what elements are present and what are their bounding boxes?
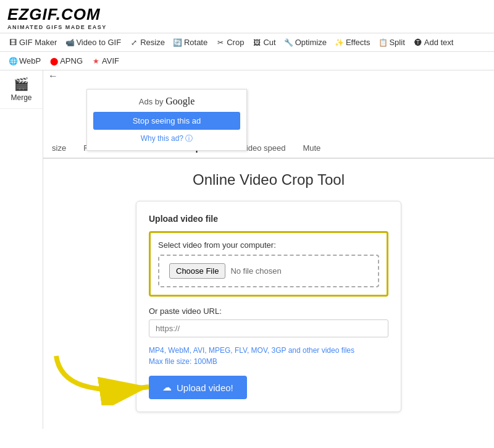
- nav-effects-label: Effects: [346, 38, 371, 47]
- nav-resize[interactable]: ⤢ Resize: [126, 36, 169, 49]
- nav-avif-label: AVIF: [102, 56, 119, 66]
- upload-icon: ☁: [162, 382, 172, 393]
- nav-video-to-gif[interactable]: 📹 Video to GIF: [62, 36, 125, 49]
- avif-icon: ★: [91, 57, 100, 66]
- ad-container-row: ← Ads by Google Stop seeing this ad Why …: [43, 70, 494, 138]
- logo-area: EZGIF.COM Animated GIFs made easy: [0, 0, 494, 33]
- split-icon: 📋: [379, 38, 387, 47]
- cut-icon: 🖼: [253, 38, 261, 47]
- logo-text: EZGIF.COM: [7, 5, 487, 24]
- webp-icon: 🌐: [9, 57, 17, 66]
- tab-mute[interactable]: Mute: [294, 138, 329, 159]
- nav-add-text[interactable]: 🅣 Add text: [410, 36, 458, 49]
- nav-apng-label: APNG: [60, 56, 83, 66]
- gif-maker-icon: 🎞: [9, 38, 17, 47]
- yellow-arrow-container: [50, 350, 161, 405]
- crop-icon: ✂: [216, 38, 225, 47]
- stop-seeing-ad-button[interactable]: Stop seeing this ad: [93, 112, 240, 130]
- file-select-label: Select video from your computer:: [158, 240, 379, 250]
- upload-video-button[interactable]: ☁ Upload video!: [149, 376, 247, 399]
- sidebar: 🎬 Merge: [0, 70, 43, 429]
- nav-gif-maker-label: GIF Maker: [19, 38, 57, 47]
- main-layout: 🎬 Merge ← Ads by Google Stop seeing this…: [0, 70, 494, 429]
- yellow-arrow-svg: [50, 350, 161, 405]
- nav-cut[interactable]: 🖼 Cut: [249, 36, 279, 49]
- no-file-text: No file chosen: [230, 266, 281, 276]
- ad-by-google-label: Ads by Google: [93, 96, 240, 107]
- nav-optimize[interactable]: 🔧 Optimize: [281, 36, 330, 49]
- nav-video-to-gif-label: Video to GIF: [76, 38, 121, 47]
- merge-icon: 🎬: [14, 77, 29, 91]
- nav-webp[interactable]: 🌐 WebP: [5, 54, 44, 67]
- nav-cut-label: Cut: [263, 38, 275, 47]
- optimize-icon: 🔧: [285, 38, 293, 47]
- nav-crop-label: Crop: [227, 38, 244, 47]
- nav-toolbar-2: 🌐 WebP ⬤ APNG ★ AVIF: [0, 52, 494, 70]
- nav-split[interactable]: 📋 Split: [375, 36, 408, 49]
- nav-resize-label: Resize: [140, 38, 165, 47]
- nav-toolbar: 🎞 GIF Maker 📹 Video to GIF ⤢ Resize 🔄 Ro…: [0, 33, 494, 52]
- nav-apng[interactable]: ⬤ APNG: [46, 54, 86, 67]
- nav-webp-label: WebP: [19, 56, 41, 66]
- file-formats: MP4, WebM, AVI, MPEG, FLV, MOV, 3GP and …: [149, 345, 388, 367]
- file-select-box: Select video from your computer: Choose …: [149, 231, 388, 297]
- nav-split-label: Split: [389, 38, 404, 47]
- upload-btn-label: Upload video!: [177, 382, 233, 393]
- back-arrow[interactable]: ←: [43, 68, 63, 83]
- nav-avif[interactable]: ★ AVIF: [88, 54, 123, 67]
- nav-effects[interactable]: ✨ Effects: [332, 36, 374, 49]
- nav-rotate[interactable]: 🔄 Rotate: [170, 36, 211, 49]
- nav-gif-maker[interactable]: 🎞 GIF Maker: [5, 36, 61, 49]
- nav-optimize-label: Optimize: [295, 38, 327, 47]
- logo-sub: Animated GIFs made easy: [7, 24, 487, 30]
- upload-card: Upload video file Select video from your…: [136, 201, 401, 412]
- rotate-icon: 🔄: [174, 38, 182, 47]
- url-input[interactable]: [149, 319, 388, 337]
- file-drop-area: Choose File No file chosen: [158, 255, 379, 287]
- ad-why-label[interactable]: Why this ad? ⓘ: [93, 133, 240, 144]
- upload-card-title: Upload video file: [149, 214, 388, 224]
- sidebar-item-merge[interactable]: 🎬 Merge: [0, 70, 43, 109]
- resize-icon: ⤢: [130, 38, 138, 47]
- choose-file-button[interactable]: Choose File: [169, 263, 225, 279]
- nav-add-text-label: Add text: [424, 38, 454, 47]
- nav-crop[interactable]: ✂ Crop: [212, 36, 248, 49]
- page-title: Online Video Crop Tool: [62, 171, 475, 188]
- apng-icon: ⬤: [49, 57, 58, 66]
- url-label: Or paste video URL:: [149, 306, 388, 316]
- effects-icon: ✨: [335, 38, 344, 47]
- add-text-icon: 🅣: [414, 38, 422, 47]
- nav-rotate-label: Rotate: [184, 38, 207, 47]
- upload-btn-area: ☁ Upload video!: [149, 376, 388, 399]
- ad-overlay: Ads by Google Stop seeing this ad Why th…: [86, 89, 247, 151]
- tab-size[interactable]: size: [43, 138, 75, 159]
- sidebar-merge-label: Merge: [10, 93, 31, 102]
- content-area: ← Ads by Google Stop seeing this ad Why …: [43, 70, 494, 429]
- page-content: Online Video Crop Tool Upload video file…: [43, 159, 494, 425]
- video-to-gif-icon: 📹: [65, 38, 74, 47]
